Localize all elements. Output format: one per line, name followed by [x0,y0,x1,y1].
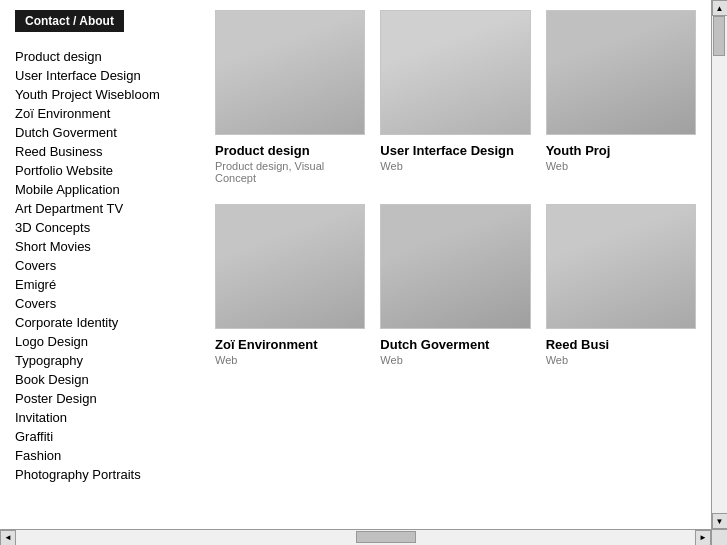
portfolio-title-ui-design: User Interface Design [380,143,530,158]
sidebar-item-18[interactable]: Poster Design [15,389,185,408]
vertical-scrollbar: ▲ ▼ [711,0,727,529]
sidebar-item-17[interactable]: Book Design [15,370,185,389]
sidebar-item-14[interactable]: Corporate Identity [15,313,185,332]
portfolio-item-product-design[interactable]: Product design Product design, Visual Co… [215,10,380,184]
horizontal-scrollbar: ◄ ► [0,529,711,545]
sidebar-nav: Product designUser Interface DesignYouth… [15,47,185,484]
sidebar-item-11[interactable]: Covers [15,256,185,275]
portfolio-title-reed: Reed Busi [546,337,696,352]
scroll-up-arrow[interactable]: ▲ [712,0,728,16]
sidebar-item-21[interactable]: Fashion [15,446,185,465]
portfolio-item-ui-design[interactable]: User Interface Design Web [380,10,545,184]
sidebar-item-8[interactable]: Art Department TV [15,199,185,218]
sidebar-item-3[interactable]: Zoï Environment [15,104,185,123]
main-window: Contact / About Product designUser Inter… [0,0,727,545]
sidebar-item-7[interactable]: Mobile Application [15,180,185,199]
portfolio-title-zoi: Zoï Environment [215,337,365,352]
portfolio-image-ui-design [380,10,530,135]
sidebar-item-1[interactable]: User Interface Design [15,66,185,85]
portfolio-title-youth-project: Youth Proj [546,143,696,158]
sidebar-item-20[interactable]: Graffiti [15,427,185,446]
portfolio-image-youth-project [546,10,696,135]
portfolio-subtitle-zoi: Web [215,354,365,366]
sidebar-item-5[interactable]: Reed Business [15,142,185,161]
sidebar-item-10[interactable]: Short Movies [15,237,185,256]
portfolio-image-zoi [215,204,365,329]
portfolio-row-1: Product design Product design, Visual Co… [215,10,696,184]
sidebar-item-6[interactable]: Portfolio Website [15,161,185,180]
sidebar: Contact / About Product designUser Inter… [0,0,200,529]
portfolio-row-2: Zoï Environment Web Dutch Goverment Web … [215,204,696,366]
portfolio-subtitle-youth-project: Web [546,160,696,172]
portfolio-title-dutch: Dutch Goverment [380,337,530,352]
sidebar-item-0[interactable]: Product design [15,47,185,66]
scroll-thumb-horizontal[interactable] [356,531,416,543]
contact-about-button[interactable]: Contact / About [15,10,124,32]
portfolio-item-youth-project[interactable]: Youth Proj Web [546,10,696,184]
sidebar-item-16[interactable]: Typography [15,351,185,370]
sidebar-item-19[interactable]: Invitation [15,408,185,427]
scroll-left-arrow[interactable]: ◄ [0,530,16,546]
scroll-thumb-vertical[interactable] [713,16,725,56]
portfolio-item-reed[interactable]: Reed Busi Web [546,204,696,366]
portfolio-content: Product design Product design, Visual Co… [200,0,711,529]
portfolio-subtitle-dutch: Web [380,354,530,366]
scrollbar-corner [711,529,727,545]
sidebar-item-15[interactable]: Logo Design [15,332,185,351]
portfolio-subtitle-reed: Web [546,354,696,366]
portfolio-image-reed [546,204,696,329]
portfolio-item-dutch[interactable]: Dutch Goverment Web [380,204,545,366]
sidebar-item-22[interactable]: Photography Portraits [15,465,185,484]
sidebar-item-4[interactable]: Dutch Goverment [15,123,185,142]
scroll-down-arrow[interactable]: ▼ [712,513,728,529]
sidebar-item-12[interactable]: Emigré [15,275,185,294]
portfolio-item-zoi[interactable]: Zoï Environment Web [215,204,380,366]
scroll-track-vertical[interactable] [712,16,728,513]
sidebar-item-2[interactable]: Youth Project Wisebloom [15,85,185,104]
scroll-right-arrow[interactable]: ► [695,530,711,546]
content-wrapper: Contact / About Product designUser Inter… [0,0,711,529]
portfolio-image-dutch [380,204,530,329]
portfolio-title-product-design: Product design [215,143,365,158]
scroll-track-horizontal[interactable] [16,530,695,546]
sidebar-item-9[interactable]: 3D Concepts [15,218,185,237]
sidebar-item-13[interactable]: Covers [15,294,185,313]
portfolio-image-product-design [215,10,365,135]
portfolio-subtitle-product-design: Product design, Visual Concept [215,160,365,184]
portfolio-subtitle-ui-design: Web [380,160,530,172]
